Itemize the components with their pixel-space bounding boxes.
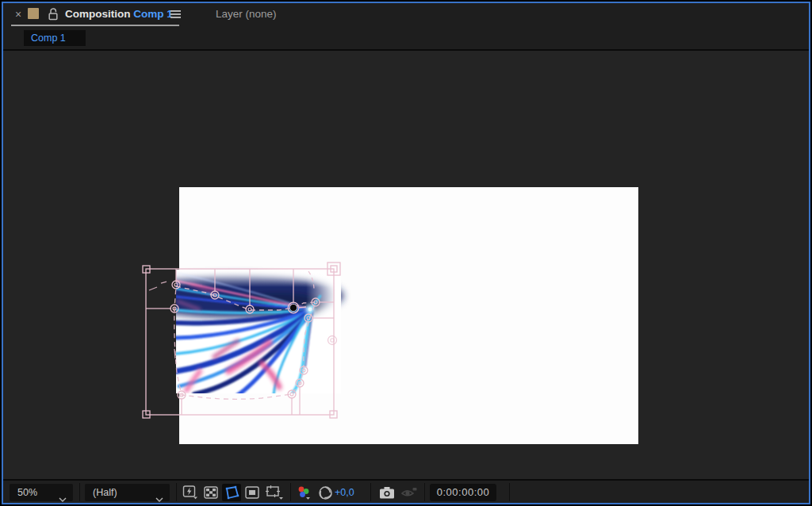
mask-visibility-button[interactable] [222,484,241,501]
exposure-button[interactable] [316,484,334,501]
grid-guides-icon [265,485,285,500]
fast-previews-button[interactable] [181,484,200,501]
region-of-interest-button[interactable] [243,484,262,501]
viewer-toolbar: 50% (Half) [3,481,809,503]
unlock-icon[interactable] [48,7,59,21]
transparency-grid-button[interactable] [201,484,220,501]
close-icon[interactable]: × [13,7,24,21]
fast-previews-icon [182,485,199,500]
composition-canvas[interactable] [179,187,638,444]
viewer-tab-row: Comp 1 [3,27,809,49]
toolbar-divider [370,483,371,501]
resolution-value: (Half) [93,484,117,501]
snapshot-button[interactable] [377,484,396,501]
channel-rgb-icon [296,485,313,500]
exposure-value[interactable]: +0,0 [335,484,354,501]
composition-panel-window: × Composition Comp 1 Layer (none) Comp 1 [0,0,812,506]
timecode-display[interactable]: 0:00:00:00 [430,484,496,501]
tab-layer[interactable]: Layer (none) [216,3,277,25]
toolbar-divider [509,483,510,501]
channel-settings-button[interactable] [295,484,314,501]
transparency-grid-icon [204,486,218,499]
composition-viewer[interactable] [3,51,809,479]
toolbar-divider [79,483,80,501]
mask-visibility-icon [224,485,239,500]
show-snapshot-button[interactable] [400,484,419,501]
tab-composition-label: Composition [65,8,131,20]
chevron-down-icon [59,490,67,506]
toolbar-divider [176,483,177,501]
tab-composition-comp-name: Comp 1 [131,8,173,20]
tab-composition[interactable]: Composition Comp 1 [65,3,173,25]
eye-icon [400,486,418,499]
panel-group-swatch[interactable] [28,8,39,19]
panel-menu-icon[interactable] [170,9,182,20]
exposure-icon [318,485,333,500]
panel-tab-bar: × Composition Comp 1 Layer (none) [3,3,809,27]
viewer-tab-comp1[interactable]: Comp 1 [24,30,86,46]
chevron-down-icon [155,490,163,506]
camera-icon [378,485,396,500]
region-of-interest-icon [245,486,259,499]
magnification-value: 50% [17,484,37,501]
magnification-dropdown[interactable]: 50% [10,484,73,501]
active-tab-underline [11,25,179,26]
grid-guides-button[interactable] [263,484,285,501]
toolbar-divider [424,483,425,501]
toolbar-divider [290,483,291,501]
resolution-dropdown[interactable]: (Half) [85,484,170,501]
